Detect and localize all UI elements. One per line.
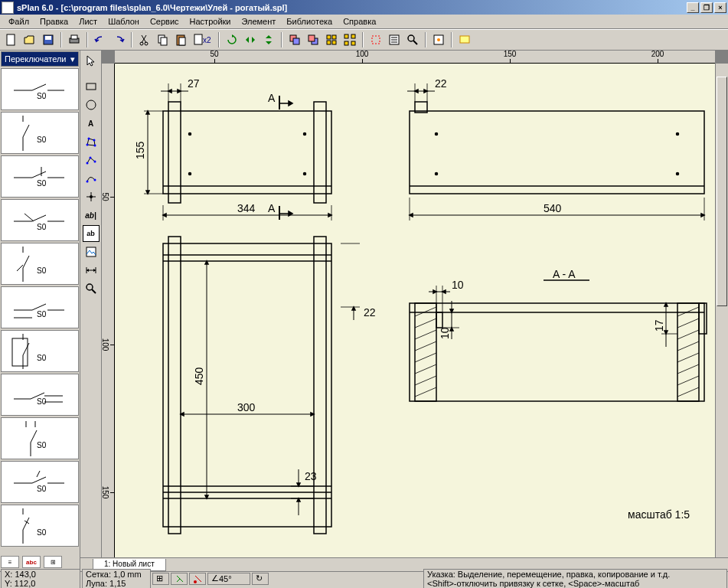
flip-v-button[interactable]	[260, 31, 277, 48]
menu-file[interactable]: Файл	[3, 15, 34, 28]
pointer-tool[interactable]	[83, 52, 100, 69]
library-item[interactable]: S0	[1, 199, 79, 241]
open-button[interactable]	[21, 31, 38, 48]
cut-button[interactable]	[136, 31, 153, 48]
svg-rect-76	[87, 83, 96, 90]
rotate-button[interactable]	[224, 31, 240, 48]
menu-library[interactable]: Библиотека	[281, 15, 338, 28]
print-button[interactable]	[66, 31, 83, 48]
menu-settings[interactable]: Настройки	[184, 15, 237, 28]
svg-line-73	[23, 518, 29, 530]
library-item[interactable]: S0	[1, 505, 79, 547]
scrollbar-vertical[interactable]	[715, 64, 728, 557]
drawing-canvas[interactable]: 27 155 344 A A 22 540 22 450 300 23 A - …	[115, 64, 715, 557]
library-item[interactable]: S0	[1, 417, 79, 459]
library-item[interactable]: S0	[1, 461, 79, 503]
svg-line-161	[415, 376, 436, 385]
dim-450: 450	[193, 367, 205, 385]
options-button[interactable]	[430, 31, 447, 48]
back-button[interactable]	[305, 31, 322, 48]
svg-rect-0	[7, 34, 15, 45]
front-button[interactable]	[286, 31, 303, 48]
image-tool[interactable]	[83, 243, 100, 260]
find-button[interactable]	[404, 31, 421, 48]
svg-rect-134	[163, 243, 331, 527]
work-area: A ab| ab 50 100 150 200	[80, 51, 728, 571]
library-selector[interactable]: Переключатели ▾	[1, 51, 79, 67]
svg-line-162	[415, 387, 436, 397]
undo-button[interactable]	[92, 31, 109, 48]
library-item[interactable]: S0	[1, 330, 79, 372]
dimension-tool[interactable]	[83, 262, 100, 279]
library-item[interactable]: S0	[1, 112, 79, 154]
lib-tool-1[interactable]: ≡	[1, 556, 19, 568]
menu-template[interactable]: Шаблон	[103, 15, 145, 28]
bezier-tool[interactable]	[83, 170, 100, 187]
list-button[interactable]	[386, 31, 403, 48]
svg-rect-13	[293, 38, 299, 44]
snap-toggle-2[interactable]	[189, 573, 206, 585]
svg-line-75	[24, 521, 29, 524]
status-x: X: 143,0	[5, 570, 36, 579]
menu-sheet[interactable]: Лист	[73, 15, 103, 28]
paste-button[interactable]	[173, 31, 190, 48]
svg-line-69	[32, 477, 46, 483]
line-tool[interactable]	[83, 152, 100, 168]
ungroup-button[interactable]	[341, 31, 358, 48]
menu-edit[interactable]: Правка	[34, 15, 73, 28]
text-frame-tool[interactable]: A	[83, 115, 100, 132]
lib-tool-2[interactable]: abc	[22, 556, 41, 568]
library-item[interactable]: S0	[1, 155, 79, 198]
section-a-bottom: A	[268, 202, 276, 214]
rotate-status[interactable]: ↻	[252, 573, 269, 585]
close-button[interactable]: ×	[714, 2, 726, 13]
library-item[interactable]: S0	[1, 243, 79, 285]
svg-point-123	[436, 173, 438, 175]
svg-rect-97	[168, 102, 181, 203]
status-grid: Сетка: 1,0 mm	[86, 570, 142, 579]
svg-rect-15	[309, 35, 315, 41]
drawing-toolbar: A ab| ab	[80, 51, 102, 557]
redo-button[interactable]	[110, 31, 127, 48]
svg-rect-22	[344, 41, 348, 45]
new-button[interactable]	[3, 31, 20, 48]
copy-button[interactable]	[155, 31, 171, 48]
status-bar-1: X: 143,0 Y: 112,0 Сетка: 1,0 mm Лупа: 1,…	[0, 571, 728, 585]
svg-line-95	[92, 289, 96, 293]
flip-h-button[interactable]	[242, 31, 259, 48]
menu-element[interactable]: Элемент	[236, 15, 281, 28]
library-item[interactable]: S0	[1, 374, 79, 416]
zoom-tool[interactable]	[83, 280, 100, 297]
label-tool[interactable]: ab	[83, 225, 100, 242]
menu-help[interactable]: Справка	[338, 15, 381, 28]
library-items: S0 S0 S0 S0 S0 S0 S0 S0 S0 S0 S0	[0, 67, 80, 554]
status-y: Y: 112,0	[5, 579, 35, 588]
rect-tool[interactable]	[83, 78, 100, 95]
minimize-button[interactable]: _	[687, 2, 699, 13]
library-name: Переключатели	[5, 54, 66, 64]
svg-line-157	[415, 330, 436, 339]
preview-button[interactable]	[456, 31, 473, 48]
snap-button[interactable]	[367, 31, 384, 48]
svg-point-101	[189, 173, 191, 175]
menu-service[interactable]: Сервис	[145, 15, 184, 28]
dim-155: 155	[134, 141, 146, 159]
circle-tool[interactable]	[83, 96, 100, 113]
restore-button[interactable]: ❐	[700, 2, 713, 13]
library-item[interactable]: S0	[1, 286, 79, 328]
group-button[interactable]	[323, 31, 340, 48]
title-bar: sPlan 6.0 - [c:\program files\splan_6.0\…	[0, 0, 728, 15]
lib-tool-3[interactable]: ⊞	[44, 556, 62, 568]
polygon-tool[interactable]	[83, 133, 100, 150]
save-button[interactable]	[40, 31, 57, 48]
snap-toggle[interactable]	[171, 573, 188, 585]
duplicate-button[interactable]: x2	[191, 31, 214, 48]
angle-display[interactable]: ∠ 45°	[207, 573, 250, 585]
svg-line-49	[23, 256, 29, 268]
library-item[interactable]: S0	[1, 68, 79, 110]
text-tool[interactable]: ab|	[83, 207, 100, 224]
grid-toggle[interactable]: ⊞	[152, 573, 169, 585]
svg-point-81	[93, 145, 96, 147]
node-tool[interactable]	[83, 188, 100, 205]
svg-rect-164	[677, 303, 699, 401]
